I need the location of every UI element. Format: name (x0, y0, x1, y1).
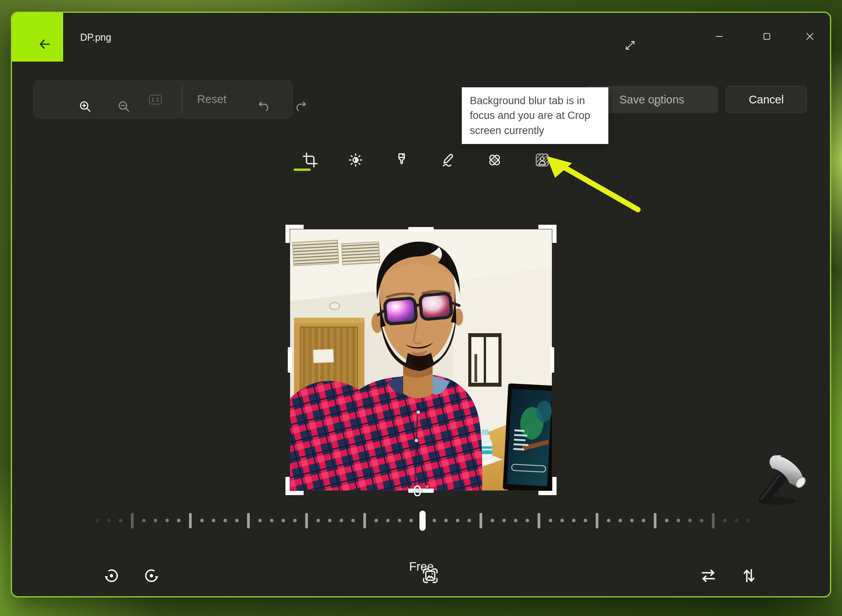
selected-tab-indicator (294, 169, 311, 171)
ruler-tick (572, 519, 576, 522)
ruler-tick (700, 519, 703, 522)
ruler-tick (712, 513, 715, 528)
ruler-tick (654, 513, 656, 528)
tab-filter[interactable] (383, 141, 404, 163)
ruler-tick (584, 519, 587, 522)
actual-size-button[interactable]: 1:1 (141, 81, 169, 118)
ruler-tick (677, 519, 680, 522)
photos-editor-window: DP.png 1:1 (11, 12, 831, 597)
ruler-tick (340, 519, 343, 522)
ruler-tick (142, 519, 146, 522)
ruler-tick (212, 519, 215, 522)
back-button[interactable] (12, 13, 63, 62)
ruler-tick (444, 519, 448, 522)
ruler-tick (328, 519, 332, 522)
rotation-ruler-thumb[interactable] (419, 511, 426, 531)
ruler-tick (316, 519, 320, 522)
window-title: DP.png (80, 13, 111, 62)
ruler-tick (282, 519, 285, 522)
tab-crop[interactable] (291, 141, 313, 163)
ruler-tick (526, 519, 529, 522)
ruler-tick (479, 513, 482, 528)
minimize-button[interactable] (701, 21, 726, 41)
ruler-tick (538, 513, 540, 528)
ruler-tick (607, 519, 610, 522)
ruler-tick (386, 519, 390, 522)
accessibility-tooltip: Background blur tab is in focus and you … (462, 87, 608, 144)
ruler-tick (375, 519, 378, 522)
ruler-tick (200, 519, 204, 522)
redo-button[interactable] (283, 81, 305, 118)
crop-canvas[interactable]: 0 ° (290, 229, 552, 490)
crop-handle-right[interactable] (550, 347, 554, 373)
tab-markup[interactable] (430, 141, 451, 163)
rotation-degrees-label: 0 ° (413, 482, 429, 500)
desktop-wallpaper: { "titlebar": { "title": "DP.png" }, "to… (0, 0, 842, 616)
ruler-tick (409, 519, 413, 522)
rotation-ruler[interactable] (84, 510, 761, 532)
crop-handle-bottom-left[interactable] (285, 477, 304, 495)
ruler-tick (630, 519, 634, 522)
ruler-tick (96, 519, 99, 522)
zoom-in-button[interactable] (67, 81, 89, 118)
view-history-toolbar: 1:1 Reset (33, 81, 292, 118)
ruler-tick (270, 519, 273, 522)
ruler-tick (549, 519, 552, 522)
ruler-tick (467, 519, 471, 522)
crop-handle-top-right[interactable] (538, 225, 557, 243)
aspect-ratio-button[interactable]: Free (385, 554, 458, 579)
ruler-tick (177, 519, 180, 522)
cancel-button[interactable]: Cancel (726, 86, 807, 113)
ruler-tick (688, 519, 692, 522)
ruler-tick (746, 519, 750, 522)
ruler-tick (363, 513, 366, 528)
tab-retouch[interactable] (476, 141, 497, 163)
ruler-tick (735, 519, 738, 522)
flip-horizontal-button[interactable] (687, 554, 712, 579)
ruler-tick (351, 519, 355, 522)
ruler-tick (119, 519, 122, 522)
crop-handle-top-left[interactable] (285, 225, 304, 243)
ruler-tick (723, 519, 727, 522)
close-button[interactable] (792, 21, 817, 41)
fullscreen-toggle-button[interactable] (612, 29, 637, 50)
ruler-tick (665, 519, 668, 522)
tab-adjustment[interactable] (337, 141, 358, 163)
ruler-tick (398, 519, 401, 522)
rotate-counterclockwise-button[interactable] (90, 554, 115, 579)
crop-handle-bottom-right[interactable] (538, 477, 557, 495)
ruler-tick (456, 519, 459, 522)
flip-vertical-button[interactable] (728, 554, 753, 579)
photo-selfie (290, 229, 552, 490)
ruler-tick (596, 513, 598, 528)
rotation-value: 0 (413, 482, 422, 500)
cancel-label: Cancel (749, 93, 784, 106)
ruler-tick (619, 519, 622, 522)
ruler-tick (107, 519, 111, 522)
maximize-button[interactable] (749, 21, 774, 41)
ruler-tick (293, 519, 297, 522)
ruler-tick (502, 519, 506, 522)
ruler-tick (433, 519, 436, 522)
crop-handle-top[interactable] (408, 227, 434, 231)
ruler-tick (305, 513, 308, 528)
tab-background-blur[interactable] (523, 141, 545, 163)
ruler-tick (189, 513, 192, 528)
ruler-tick (514, 519, 517, 522)
ruler-tick (131, 513, 134, 528)
one-to-one-icon: 1:1 (149, 95, 162, 104)
ruler-tick (491, 519, 494, 522)
rotate-clockwise-button[interactable] (130, 554, 155, 579)
ruler-tick (642, 519, 645, 522)
crop-handle-left[interactable] (288, 347, 292, 373)
toolbar-divider (182, 86, 182, 113)
zoom-out-button[interactable] (106, 81, 128, 118)
ruler-tick (154, 519, 157, 522)
ruler-tick (247, 513, 250, 528)
reset-button[interactable]: Reset (189, 81, 235, 118)
rotation-unit: ° (425, 483, 429, 494)
ruler-tick (165, 519, 169, 522)
ruler-tick (235, 519, 239, 522)
tooltip-text: Background blur tab is in focus and you … (470, 95, 590, 136)
undo-button[interactable] (246, 81, 268, 118)
